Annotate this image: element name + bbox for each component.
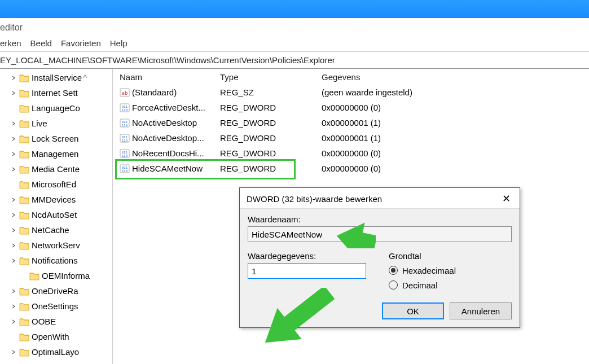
tree-item-label: OptimalLayo (32, 347, 79, 357)
value-data-label: Waardegegevens: (248, 251, 366, 261)
expand-caret-icon[interactable] (10, 121, 18, 126)
value-data: 0x00000000 (0) (322, 103, 589, 112)
expand-caret-icon[interactable] (10, 319, 18, 324)
expand-caret-icon[interactable] (10, 213, 18, 217)
dialog-titlebar: DWORD (32 bits)-waarde bewerken ✕ (240, 188, 520, 209)
expand-caret-icon[interactable] (10, 289, 18, 293)
expand-caret-icon[interactable] (10, 76, 18, 80)
col-data[interactable]: Gegevens (322, 72, 589, 82)
value-name: ForceActiveDeskt... (132, 103, 205, 112)
folder-icon (19, 256, 29, 265)
expand-caret-icon[interactable] (10, 243, 18, 248)
expand-caret-icon[interactable] (10, 228, 18, 233)
value-data: (geen waarde ingesteld) (322, 87, 589, 97)
reg-dword-icon: 011110 (120, 118, 130, 128)
tree-item[interactable]: OEMInforma (0, 268, 112, 283)
tree-item[interactable]: Live (0, 116, 112, 131)
tree-item-label: MMDevices (32, 195, 76, 204)
dialog-title: DWORD (32 bits)-waarde bewerken (247, 194, 382, 204)
svg-text:110: 110 (122, 108, 128, 112)
tree-item[interactable]: Managemen (0, 146, 112, 161)
value-name: NoActiveDesktop (132, 118, 197, 128)
folder-icon (19, 195, 29, 204)
list-row[interactable]: 011110HideSCAMeetNowREG_DWORD0x00000000 … (113, 161, 589, 176)
folder-icon (19, 165, 29, 174)
tree-item-label: Media Cente (32, 164, 80, 174)
list-row[interactable]: 011110NoActiveDesktopREG_DWORD0x00000001… (113, 115, 589, 130)
tree-item-label: OneSettings (32, 301, 78, 311)
list-row[interactable]: 011110NoActiveDesktop...REG_DWORD0x00000… (113, 130, 589, 146)
tree-item[interactable]: NetworkServ (0, 238, 112, 253)
tree-item[interactable]: NcdAutoSet (0, 207, 112, 222)
reg-dword-icon: 011110 (120, 164, 130, 174)
svg-text:110: 110 (122, 139, 128, 142)
tree-item[interactable]: Notifications (0, 253, 112, 268)
os-titlebar (0, 0, 589, 18)
col-type[interactable]: Type (220, 72, 322, 82)
folder-icon (19, 134, 29, 143)
tree-panel[interactable]: InstallService ^Internet SettLanguageCoL… (0, 69, 113, 364)
address-bar[interactable]: EY_LOCAL_MACHINE\SOFTWARE\Microsoft\Wind… (0, 52, 589, 69)
tree-item-label: NcdAutoSet (32, 210, 77, 220)
expand-caret-icon[interactable] (10, 350, 18, 354)
svg-text:ab: ab (122, 90, 128, 96)
tree-item[interactable]: OptimalLayo (0, 344, 112, 359)
radio-icon (389, 266, 398, 275)
close-icon[interactable]: ✕ (499, 192, 514, 205)
folder-icon (29, 271, 39, 280)
tree-item[interactable]: Media Cente (0, 161, 112, 177)
tree-item[interactable]: OOBE (0, 314, 112, 329)
list-header: Naam Type Gegevens (113, 69, 589, 85)
expand-caret-icon[interactable] (10, 91, 18, 95)
radio-dec[interactable]: Decimaal (389, 278, 512, 292)
expand-caret-icon[interactable] (10, 167, 18, 172)
expand-caret-icon[interactable] (10, 304, 18, 309)
value-data-input[interactable] (248, 263, 366, 279)
value-name-input[interactable] (248, 226, 512, 242)
menu-favorites[interactable]: Favorieten (61, 38, 101, 48)
tree-item[interactable]: Internet Sett (0, 85, 112, 100)
expand-caret-icon[interactable] (10, 198, 18, 202)
tree-item-label: Managemen (32, 149, 78, 159)
tree-item[interactable]: NetCache (0, 222, 112, 238)
folder-icon (19, 89, 29, 98)
expand-caret-icon[interactable] (10, 137, 18, 141)
tree-item[interactable]: MicrosoftEd (0, 177, 112, 192)
folder-icon (19, 287, 29, 296)
cancel-button[interactable]: Annuleren (450, 302, 512, 319)
window-title: editor (0, 18, 589, 35)
list-row[interactable]: 011110NoRecentDocsHi...REG_DWORD0x000000… (113, 146, 589, 161)
value-type: REG_DWORD (220, 133, 322, 143)
tree-item[interactable]: InstallService ^ (0, 70, 112, 85)
list-row[interactable]: 011110ForceActiveDeskt...REG_DWORD0x0000… (113, 100, 589, 115)
menu-help[interactable]: Help (110, 38, 128, 48)
tree-item[interactable]: Lock Screen (0, 131, 112, 146)
reg-dword-icon: 011110 (120, 133, 130, 143)
tree-item[interactable]: OneDriveRa (0, 283, 112, 299)
expand-caret-icon[interactable] (10, 152, 18, 156)
ok-button[interactable]: OK (382, 302, 444, 319)
value-name: NoRecentDocsHi... (132, 148, 204, 158)
tree-item-label: OEMInforma (42, 271, 90, 280)
value-type: REG_DWORD (220, 148, 322, 158)
tree-item[interactable]: LanguageCo (0, 100, 112, 116)
radio-hex[interactable]: Hexadecimaal (389, 263, 512, 278)
value-name: HideSCAMeetNow (132, 164, 203, 173)
menu-edit[interactable]: erken (0, 38, 21, 48)
tree-item-label: InstallService (32, 73, 82, 82)
menu-view[interactable]: Beeld (30, 38, 52, 48)
reg-string-icon: ab (120, 87, 130, 98)
value-name: (Standaard) (132, 87, 177, 97)
value-type: REG_DWORD (220, 164, 322, 173)
col-name[interactable]: Naam (113, 72, 220, 82)
tree-item[interactable]: Parental Con (0, 359, 112, 364)
tree-item[interactable]: OpenWith (0, 329, 112, 344)
value-name-label: Waardenaam: (248, 214, 512, 224)
tree-item[interactable]: MMDevices (0, 192, 112, 207)
tree-item-label: Internet Sett (32, 88, 78, 98)
value-type: REG_DWORD (220, 118, 322, 128)
tree-item[interactable]: OneSettings (0, 299, 112, 314)
folder-icon (19, 150, 29, 159)
expand-caret-icon[interactable] (10, 258, 18, 263)
list-row[interactable]: ab(Standaard)REG_SZ(geen waarde ingestel… (113, 85, 589, 100)
